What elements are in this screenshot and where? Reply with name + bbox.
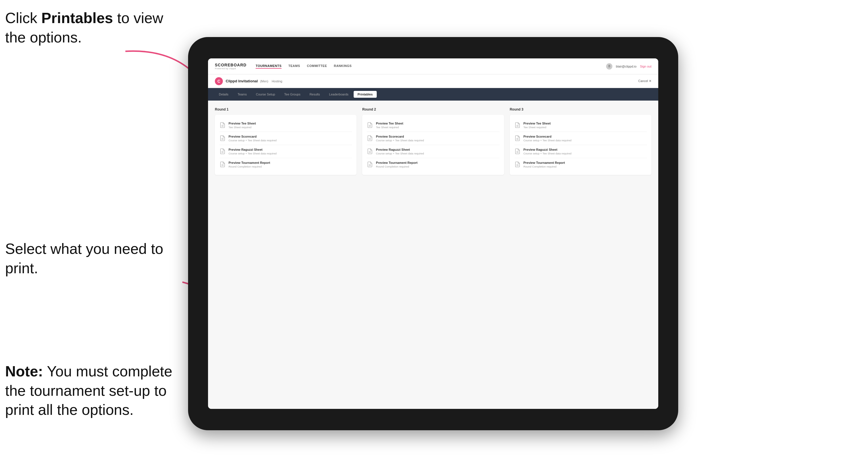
round-2-title: Round 2 bbox=[362, 107, 504, 112]
top-nav-right: B blair@clippd.io Sign out bbox=[606, 63, 651, 69]
round-3-raguzzi[interactable]: Preview Raguzzi Sheet Course setup + Tee… bbox=[514, 145, 647, 158]
user-email: blair@clippd.io bbox=[616, 65, 636, 68]
round-2-report-info: Preview Tournament Report Round Completi… bbox=[376, 161, 499, 168]
nav-committee[interactable]: COMMITTEE bbox=[307, 64, 327, 69]
document-icon bbox=[219, 148, 226, 154]
document-icon bbox=[514, 122, 521, 128]
document-icon bbox=[219, 122, 226, 128]
nav-rankings[interactable]: RANKINGS bbox=[334, 64, 352, 69]
round-2-raguzzi-info: Preview Raguzzi Sheet Course setup + Tee… bbox=[376, 148, 499, 155]
round-3-scorecard[interactable]: Preview Scorecard Course setup + Tee She… bbox=[514, 132, 647, 145]
sign-out-link[interactable]: Sign out bbox=[640, 65, 651, 68]
round-3-tee-sheet-info: Preview Tee Sheet Tee Sheet required bbox=[524, 122, 647, 129]
scoreboard-logo: SCOREBOARD Powered by clippd bbox=[215, 63, 247, 70]
annotation-bottom: Note: You must complete the tournament s… bbox=[5, 362, 182, 420]
round-1-scorecard[interactable]: Preview Scorecard Course setup + Tee She… bbox=[219, 132, 352, 145]
main-content: Round 1 Preview Tee Sheet Tee Sheet requ… bbox=[208, 101, 658, 409]
tournament-logo-icon: C bbox=[215, 77, 223, 85]
top-nav: SCOREBOARD Powered by clippd TOURNAMENTS… bbox=[208, 58, 658, 74]
tab-course-setup[interactable]: Course Setup bbox=[252, 91, 279, 98]
round-2-raguzzi[interactable]: Preview Raguzzi Sheet Course setup + Tee… bbox=[367, 145, 499, 158]
round-2-scorecard-info: Preview Scorecard Course setup + Tee She… bbox=[376, 135, 499, 142]
annotation-middle: Select what you need to print. bbox=[5, 239, 170, 278]
logo-title: SCOREBOARD bbox=[215, 63, 247, 67]
document-icon bbox=[514, 135, 521, 141]
round-1-raguzzi[interactable]: Preview Raguzzi Sheet Course setup + Tee… bbox=[219, 145, 352, 158]
tab-printables[interactable]: Printables bbox=[354, 91, 377, 98]
document-icon bbox=[514, 148, 521, 154]
top-nav-links: TOURNAMENTS TEAMS COMMITTEE RANKINGS bbox=[256, 64, 606, 69]
tab-teams[interactable]: Teams bbox=[234, 91, 251, 98]
round-2-card: Preview Tee Sheet Tee Sheet required Pre… bbox=[362, 115, 504, 175]
round-1-title: Round 1 bbox=[215, 107, 356, 112]
user-avatar: B bbox=[606, 63, 612, 69]
tournament-name: Clippd Invitational bbox=[226, 79, 258, 83]
round-1-card: Preview Tee Sheet Tee Sheet required Pre… bbox=[215, 115, 356, 175]
tournament-tag: (Men) bbox=[260, 80, 269, 83]
document-icon bbox=[367, 148, 373, 154]
document-icon bbox=[367, 161, 373, 167]
round-3-tournament-report[interactable]: Preview Tournament Report Round Completi… bbox=[514, 158, 647, 171]
tab-results[interactable]: Results bbox=[306, 91, 324, 98]
document-icon bbox=[219, 135, 226, 141]
round-3-title: Round 3 bbox=[510, 107, 651, 112]
document-icon bbox=[367, 122, 373, 128]
round-2-scorecard[interactable]: Preview Scorecard Course setup + Tee She… bbox=[367, 132, 499, 145]
tournament-hosting: Hosting bbox=[272, 80, 282, 83]
tab-leaderboards[interactable]: Leaderboards bbox=[325, 91, 352, 98]
rounds-grid: Round 1 Preview Tee Sheet Tee Sheet requ… bbox=[215, 107, 651, 175]
round-3-tee-sheet[interactable]: Preview Tee Sheet Tee Sheet required bbox=[514, 119, 647, 132]
round-1-raguzzi-info: Preview Raguzzi Sheet Course setup + Tee… bbox=[228, 148, 352, 155]
tab-tee-groups[interactable]: Tee Groups bbox=[280, 91, 304, 98]
round-1-scorecard-info: Preview Scorecard Course setup + Tee She… bbox=[228, 135, 352, 142]
round-1-column: Round 1 Preview Tee Sheet Tee Sheet requ… bbox=[215, 107, 356, 175]
round-3-card: Preview Tee Sheet Tee Sheet required Pre… bbox=[510, 115, 651, 175]
logo-sub: Powered by clippd bbox=[215, 67, 247, 70]
round-3-scorecard-info: Preview Scorecard Course setup + Tee She… bbox=[524, 135, 647, 142]
sub-nav: Details Teams Course Setup Tee Groups Re… bbox=[208, 88, 658, 101]
round-3-column: Round 3 Preview Tee Sheet Tee Sheet requ… bbox=[510, 107, 651, 175]
tablet-screen: SCOREBOARD Powered by clippd TOURNAMENTS… bbox=[208, 58, 658, 409]
document-icon bbox=[367, 135, 373, 141]
tablet-frame: SCOREBOARD Powered by clippd TOURNAMENTS… bbox=[188, 37, 678, 430]
round-1-tee-sheet[interactable]: Preview Tee Sheet Tee Sheet required bbox=[219, 119, 352, 132]
round-1-tournament-report[interactable]: Preview Tournament Report Round Completi… bbox=[219, 158, 352, 171]
round-2-tournament-report[interactable]: Preview Tournament Report Round Completi… bbox=[367, 158, 499, 171]
tab-details[interactable]: Details bbox=[215, 91, 232, 98]
document-icon bbox=[219, 161, 226, 167]
round-2-tee-sheet-info: Preview Tee Sheet Tee Sheet required bbox=[376, 122, 499, 129]
round-1-tee-sheet-info: Preview Tee Sheet Tee Sheet required bbox=[228, 122, 352, 129]
nav-tournaments[interactable]: TOURNAMENTS bbox=[256, 64, 282, 69]
round-1-report-info: Preview Tournament Report Round Completi… bbox=[228, 161, 352, 168]
round-2-column: Round 2 Preview Tee Sheet Tee Sheet requ… bbox=[362, 107, 504, 175]
nav-teams[interactable]: TEAMS bbox=[288, 64, 300, 69]
annotation-top: Click Printables to view the options. bbox=[5, 8, 176, 47]
cancel-button[interactable]: Cancel ✕ bbox=[638, 79, 651, 83]
tournament-header: C Clippd Invitational (Men) Hosting Canc… bbox=[208, 74, 658, 88]
round-3-raguzzi-info: Preview Raguzzi Sheet Course setup + Tee… bbox=[524, 148, 647, 155]
document-icon bbox=[514, 161, 521, 167]
round-2-tee-sheet[interactable]: Preview Tee Sheet Tee Sheet required bbox=[367, 119, 499, 132]
round-3-report-info: Preview Tournament Report Round Completi… bbox=[524, 161, 647, 168]
